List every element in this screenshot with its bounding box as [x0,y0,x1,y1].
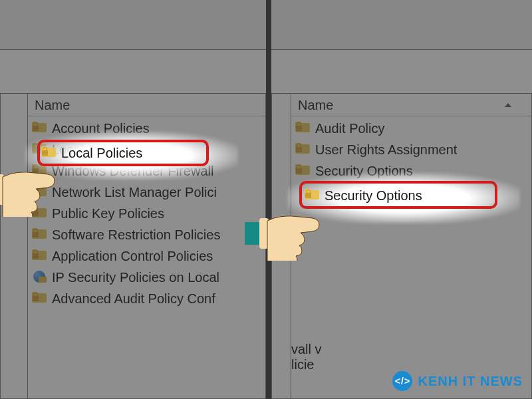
policy-row[interactable]: Account Policies [28,118,265,139]
folder-lock-icon [32,292,48,305]
folder-lock-icon [32,228,48,241]
watermark: </> KENH IT NEWS [392,371,523,391]
folder-lock-icon [295,164,311,178]
folder-lock-icon [295,122,311,135]
policy-row-label: Security Options [315,164,413,179]
policy-row-label: Account Policies [52,121,150,136]
policy-row[interactable]: Public Key Policies [28,203,265,224]
folder-lock-icon [32,249,48,263]
policy-row-label: Network List Manager Polici [52,185,217,200]
policy-items-right: Audit PolicyUser Rights AssignmentSecuri… [291,116,531,182]
column-header-name[interactable]: Name [291,94,531,116]
policy-row-label: Audit Policy [315,121,385,136]
policy-row[interactable]: Application Control Policies [28,245,265,267]
policy-row-label: User Rights Assignment [315,142,457,158]
clipped-text-peek: vall v licie [291,342,322,372]
policy-row-label: Public Key Policies [52,206,164,221]
sort-caret-icon [505,103,511,107]
policy-row[interactable]: IP Security Policies on Local [28,267,265,288]
policy-row[interactable]: Audit Policy [291,118,531,139]
watermark-text: KENH IT NEWS [418,374,523,389]
watermark-logo-icon: </> [392,371,412,391]
policy-row[interactable]: Network List Manager Polici [28,182,265,203]
policy-row-label: Advanced Audit Policy Conf [52,291,215,307]
pointing-hand-icon [0,137,60,217]
policy-row-label: Windows Defender Firewall [52,164,213,179]
globe-server-icon [32,271,48,284]
window-top-band [271,0,532,50]
policy-row-label: IP Security Policies on Local [52,270,219,285]
policy-list-panel: Name Audit PolicyUser Rights AssignmentS… [291,93,532,399]
policy-row[interactable]: Software Restriction Policies [28,224,265,245]
folder-lock-icon [295,143,311,156]
policy-row[interactable]: User Rights Assignment [291,139,531,160]
policy-row-label: Software Restriction Policies [52,227,220,243]
highlighted-row-label: Security Options [325,188,422,203]
folder-lock-icon [32,122,48,135]
window-top-band [0,0,266,50]
pointing-hand-icon [245,181,325,261]
tutorial-canvas: Name Account PoliciesLocal PoliciesWindo… [0,0,532,399]
policy-list-panel: Name Account PoliciesLocal PoliciesWindo… [28,93,266,399]
highlighted-row-label: Local Policies [61,146,142,161]
policy-row[interactable]: Security Options [291,160,531,182]
column-header-label: Name [35,98,70,112]
policy-row-label: Application Control Policies [52,249,213,264]
policy-row[interactable]: Advanced Audit Policy Conf [28,288,265,309]
column-header-label: Name [298,98,333,112]
column-header-name[interactable]: Name [28,94,265,116]
